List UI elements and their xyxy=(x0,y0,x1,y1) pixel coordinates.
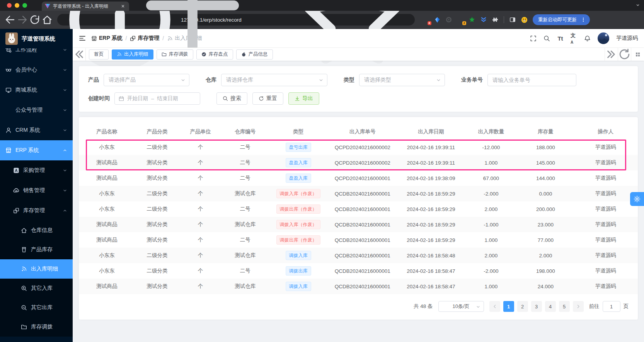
page-button-5[interactable]: 5 xyxy=(559,301,570,312)
type-badge: 盘盈入库 xyxy=(286,158,311,167)
sidebar-item-4[interactable]: CRM 系统 xyxy=(0,120,73,140)
minimize-window-button[interactable] xyxy=(15,3,19,8)
scroll-tabs-left-icon[interactable] xyxy=(73,48,86,61)
refresh-icon xyxy=(259,96,264,101)
tab-库存调拨[interactable]: 库存调拨 xyxy=(157,49,193,60)
page-button-3[interactable]: 3 xyxy=(531,301,542,312)
username[interactable]: 芋道源码 xyxy=(616,35,638,42)
warehouse-filter-label: 仓库 xyxy=(206,77,216,83)
user-avatar[interactable] xyxy=(598,32,609,44)
notification-bell-icon[interactable] xyxy=(584,35,591,42)
end-date-placeholder[interactable]: 结束日期 xyxy=(157,95,178,102)
cell-date: 2024-02-16 18:58:47 xyxy=(397,263,465,279)
language-icon[interactable]: 文A xyxy=(571,35,577,42)
type-badge: 调拨出库（作废） xyxy=(276,235,320,245)
side-panel-icon[interactable] xyxy=(509,16,516,24)
cell-category: 二级分类 xyxy=(135,186,180,201)
type-select[interactable]: 请选择类型 xyxy=(359,74,445,86)
reset-button[interactable]: 重置 xyxy=(252,92,283,105)
date-range-picker[interactable]: 开始日期 – 结束日期 xyxy=(114,92,200,105)
sidebar-item-2[interactable]: 商城系统 xyxy=(0,80,73,100)
prev-page-button[interactable] xyxy=(489,301,500,312)
extension-circle-icon[interactable]: 1 xyxy=(457,16,464,24)
home-button[interactable] xyxy=(42,14,53,25)
browser-menu-icon[interactable] xyxy=(579,17,588,22)
extension-green-star-icon[interactable] xyxy=(468,16,476,24)
export-button[interactable]: 导出 xyxy=(288,92,319,105)
browser-update-button[interactable]: 重新启动即可更新 xyxy=(533,14,590,25)
cell-product: 测试商品 xyxy=(79,217,135,232)
column-header-qty: 出入库数量 xyxy=(465,124,518,140)
collapse-sidebar-icon[interactable] xyxy=(79,35,86,42)
sidebar-item-11[interactable]: 出入库明细 xyxy=(0,259,73,279)
bizno-input[interactable] xyxy=(487,74,576,86)
fullscreen-icon[interactable] xyxy=(530,35,537,42)
sidebar-item-7[interactable]: 销售管理 xyxy=(0,180,73,201)
search-button[interactable]: 搜索 xyxy=(216,92,247,105)
page-button-2[interactable]: 2 xyxy=(517,301,528,312)
tab-search-icon[interactable] xyxy=(635,3,640,7)
content-area: 产品 请选择产品 仓库 请选择仓库 类型 xyxy=(73,61,644,342)
breadcrumb-item-erp[interactable]: ERP 系统 xyxy=(91,35,122,42)
sidebar-item-label: 库存管理 xyxy=(23,207,63,214)
table-row: 小东东二级分类个测试仓库调拨入库QCDB202402160000012024-0… xyxy=(79,248,638,263)
close-window-button[interactable] xyxy=(7,3,12,8)
sidebar-item-label: 出入库明细 xyxy=(31,265,67,272)
sidebar-item-5[interactable]: ERP 系统 xyxy=(0,140,73,160)
tab-出入库明细[interactable]: 出入库明细 xyxy=(112,49,153,60)
tab-库存盘点[interactable]: 库存盘点 xyxy=(196,49,233,60)
page-button-1[interactable]: 1 xyxy=(503,301,514,312)
cell-type: 调拨入库 xyxy=(269,248,328,263)
zoom-window-button[interactable] xyxy=(22,3,27,8)
extensions-puzzle-icon[interactable] xyxy=(491,16,499,24)
extension-dark-icon[interactable] xyxy=(445,16,453,24)
app-logo[interactable]: 芋道管理系统 xyxy=(0,29,73,48)
tab-label: 产品信息 xyxy=(249,51,268,58)
refresh-tab-icon[interactable] xyxy=(618,48,631,61)
mall-icon xyxy=(5,87,12,93)
sidebar-item-10[interactable]: 产品库存 xyxy=(0,240,73,259)
sidebar-item-3[interactable]: 公众号管理 xyxy=(0,100,73,120)
page-size-select[interactable]: 10条/页 xyxy=(438,301,484,312)
page-button-4[interactable]: 4 xyxy=(545,301,556,312)
profile-emoji-icon[interactable] xyxy=(520,16,528,24)
page-buttons: 12345 xyxy=(489,301,584,312)
sidebar-item-1[interactable]: 会员中心 xyxy=(0,60,73,80)
extension-icon[interactable]: 6 xyxy=(422,16,429,24)
sidebar-item-13[interactable]: 其它出库 xyxy=(0,298,73,317)
cell-type: 调拨入库（作废） xyxy=(269,217,328,232)
sidebar-item-6[interactable]: 采购管理 xyxy=(0,160,73,180)
search-icon[interactable] xyxy=(543,35,550,42)
sidebar-item-12[interactable]: 其它入库 xyxy=(0,279,73,298)
browser-tab[interactable]: 芋道管理系统 - 出入库明细 xyxy=(42,2,129,11)
extension-chevrons-icon[interactable] xyxy=(480,16,487,24)
extension-kite-icon[interactable] xyxy=(433,16,441,24)
goto-page-input[interactable] xyxy=(603,301,620,312)
cell-warehouse: 二号 xyxy=(221,155,269,170)
cell-stock: 145.000 xyxy=(518,155,574,170)
sidebar-item-14[interactable]: 库存调拨 xyxy=(0,317,73,337)
reload-button[interactable] xyxy=(29,14,40,25)
scroll-tabs-right-icon[interactable] xyxy=(605,48,618,61)
tab-options-grid-icon[interactable] xyxy=(631,48,644,61)
warehouse-select[interactable]: 请选择仓库 xyxy=(221,74,327,86)
theme-settings-button[interactable] xyxy=(630,192,644,206)
sidebar-item-8[interactable]: 库存管理 xyxy=(0,201,73,221)
back-button[interactable] xyxy=(5,14,15,25)
next-page-button[interactable] xyxy=(573,301,584,312)
forward-button[interactable] xyxy=(17,14,28,25)
chevron-down-icon xyxy=(319,78,324,83)
product-select[interactable]: 请选择产品 xyxy=(104,74,189,86)
sales-icon xyxy=(13,187,19,194)
font-size-icon[interactable]: Tt xyxy=(557,35,564,42)
sidebar-item-9[interactable]: 仓库信息 xyxy=(0,221,73,240)
chevron-down-icon xyxy=(63,128,67,133)
cell-category: 二级分类 xyxy=(135,248,180,263)
start-date-placeholder[interactable]: 开始日期 xyxy=(127,95,148,102)
tab-close-icon[interactable] xyxy=(120,4,126,9)
tab-首页[interactable]: 首页 xyxy=(89,49,109,60)
tab-产品信息[interactable]: 产品信息 xyxy=(236,49,273,60)
cell-category: 测试分类 xyxy=(135,232,180,248)
cell-operator: 芋道源码 xyxy=(574,263,638,279)
sidebar-item-label: 其它入库 xyxy=(31,285,67,292)
